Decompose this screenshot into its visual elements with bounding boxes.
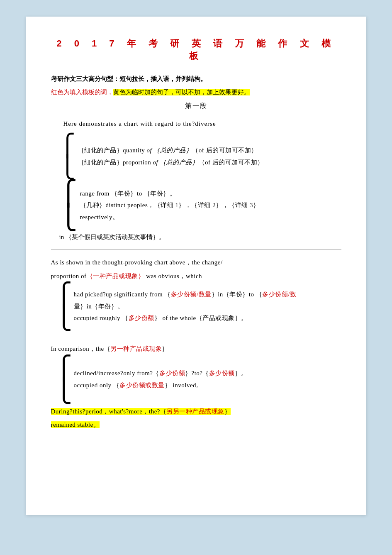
para3-line1: In comparison，the｛另一种产品或现象｝ bbox=[51, 343, 341, 355]
brace3-line2-prefix: occupied only ｛ bbox=[74, 382, 120, 389]
brace-group-1: ⎧⎩ ｛细化的产品｝quantity of ｛总的产品｝（of 后的可加可不加）… bbox=[59, 135, 341, 178]
para2-line1: As is shown in the thought-provoking cha… bbox=[51, 257, 341, 269]
highlight-line1: During?this?period，what's?more，the?｛另另一种… bbox=[51, 406, 341, 418]
brace1-line1-suffix: （of 后的可加可不加） bbox=[192, 147, 257, 154]
divider-1 bbox=[51, 249, 341, 250]
brace3-line2-red: 多少份额或数量 bbox=[119, 382, 165, 389]
page-title: 2 0 1 7 年 考 研 英 语 万 能 作 文 模 板 bbox=[51, 37, 341, 62]
brace-1-char: ⎧⎩ bbox=[59, 135, 75, 178]
brace2-line1: had picked?up significantly from ｛多少份额/数… bbox=[74, 289, 297, 301]
brace-2-lines: had picked?up significantly from ｛多少份额/数… bbox=[74, 284, 297, 329]
brace3-line1-mid: ｝?to?｛ bbox=[185, 370, 209, 377]
brace-group-3: ⎧⎩ declined/increase?only from?｛多少份额｝?to… bbox=[55, 357, 341, 402]
color-note-yellow: 黄色为临时加的句子，可以不加，加上效果更好。 bbox=[113, 89, 250, 95]
brace-1-lines: ｛细化的产品｝quantity of ｛总的产品｝（of 后的可加可不加） ｛细… bbox=[78, 135, 264, 178]
brace2-line1-prefix: had picked?up significantly from ｛ bbox=[74, 291, 171, 298]
brace-3-lines: declined/increase?only from?｛多少份额｝?to?｛多… bbox=[74, 357, 248, 402]
highlight-line1-prefix: During?this?period，what's?more，the?｛ bbox=[51, 408, 167, 415]
range-line2-cont: respectively。 bbox=[80, 211, 260, 223]
color-note-red: 红色为填入模板的词， bbox=[51, 89, 113, 95]
brace3-line1-red: 多少份额 bbox=[159, 370, 185, 377]
para2-line2-suffix: was obvious，which bbox=[144, 273, 202, 279]
para3-line1-suffix: ｝ bbox=[162, 345, 168, 352]
para2-line2-prefix: proportion of bbox=[51, 273, 87, 279]
brace-3-char: ⎧⎩ bbox=[55, 357, 72, 402]
para3-line1-prefix: In comparison，the｛ bbox=[51, 345, 111, 352]
color-note: 红色为填入模板的词，黄色为临时加的句子，可以不加，加上效果更好。 bbox=[51, 87, 341, 98]
brace1-line1-italic: of ｛总的产品｝ bbox=[146, 147, 192, 154]
para2-line2: proportion of｛一种产品或现象｝ was obvious，which bbox=[51, 270, 341, 282]
brace1-line2-suffix: （of 后的可加可不加） bbox=[199, 159, 264, 166]
page-container: 2 0 1 7 年 考 研 英 语 万 能 作 文 模 板 考研作文三大高分句型… bbox=[26, 17, 366, 515]
brace2-line2-prefix: occupied roughly ｛ bbox=[74, 315, 129, 321]
brace-1-line2: ｛细化的产品｝proportion of ｛总的产品｝（of 后的可加可不加） bbox=[78, 156, 264, 169]
brace3-line1-red2: 多少份额 bbox=[209, 370, 235, 377]
brace3-line2: occupied only ｛多少份额或数量｝ involved。 bbox=[74, 379, 248, 391]
intro-line: Here demonstrates a chart with regard to… bbox=[63, 118, 341, 130]
in-line: in ｛某个假日或某次活动某次事情｝。 bbox=[59, 231, 341, 243]
para3-line1-red: 另一种产品或现象 bbox=[110, 345, 162, 352]
range-brace-char: ⎧⎩ bbox=[59, 181, 78, 230]
brace-1-line1: ｛细化的产品｝quantity of ｛总的产品｝（of 后的可加可不加） bbox=[78, 144, 264, 156]
brace2-line1-cont: 量｝in｛年份｝。 bbox=[74, 301, 297, 313]
brace1-line1-prefix: ｛细化的产品｝quantity bbox=[78, 147, 147, 154]
brace2-line1-red: 多少份额/数量 bbox=[171, 291, 212, 298]
brace3-line1: declined/increase?only from?｛多少份额｝?to?｛多… bbox=[74, 367, 248, 379]
brace3-line2-suffix: ｝ involved。 bbox=[165, 382, 203, 389]
section1-header: 第一段 bbox=[51, 102, 341, 110]
brace2-line2: occupied roughly ｛多少份额｝ of the whole｛产品或… bbox=[74, 312, 297, 324]
range-lines: range from ｛年份｝to ｛年份｝。 ｛几种｝distinct peo… bbox=[80, 181, 260, 230]
para2-line2-red: ｛一种产品或现象｝ bbox=[87, 273, 145, 279]
remained-line: remained stable。 bbox=[51, 421, 100, 428]
brace-group-2: ⎧⎩ had picked?up significantly from ｛多少份… bbox=[55, 284, 341, 329]
highlight-line1-suffix: ｝ bbox=[224, 408, 231, 415]
brace2-line1-mid: ｝in｛年份｝to ｛ bbox=[212, 291, 263, 298]
intro-note: 考研作文三大高分句型：短句拉长，插入语，并列结构。 bbox=[51, 74, 341, 85]
range-line2-text: ｛几种｝distinct peoples，｛详细 1｝，｛详细 2｝，｛详细 3… bbox=[80, 202, 260, 208]
intro-note-text: 考研作文三大高分句型：短句拉长，插入语，并列结构。 bbox=[51, 76, 207, 82]
range-brace-group: ⎧⎩ range from ｛年份｝to ｛年份｝。 ｛几种｝distinct … bbox=[59, 181, 341, 230]
highlight-line1-red: 另另一种产品或现象 bbox=[166, 408, 224, 415]
range-line2: ｛几种｝distinct peoples，｛详细 1｝，｛详细 2｝，｛详细 3… bbox=[80, 199, 260, 211]
brace1-line2-prefix: ｛细化的产品｝proportion bbox=[78, 159, 153, 166]
brace2-line2-suffix: ｝ of the whole｛产品或现象｝。 bbox=[154, 315, 248, 321]
brace2-line2-red: 多少份额 bbox=[129, 315, 154, 321]
brace-2-char: ⎧⎩ bbox=[55, 284, 72, 329]
brace3-line1-prefix: declined/increase?only from?｛ bbox=[74, 370, 160, 377]
remained-line-container: remained stable。 bbox=[51, 419, 341, 431]
brace3-line1-suffix: ｝。 bbox=[235, 370, 248, 377]
brace1-line2-italic: of ｛总的产品｝ bbox=[153, 159, 199, 166]
range-line1: range from ｛年份｝to ｛年份｝。 bbox=[80, 188, 260, 200]
divider-2 bbox=[51, 336, 341, 336]
brace2-line1-red2: 多少份额/数 bbox=[262, 291, 296, 298]
